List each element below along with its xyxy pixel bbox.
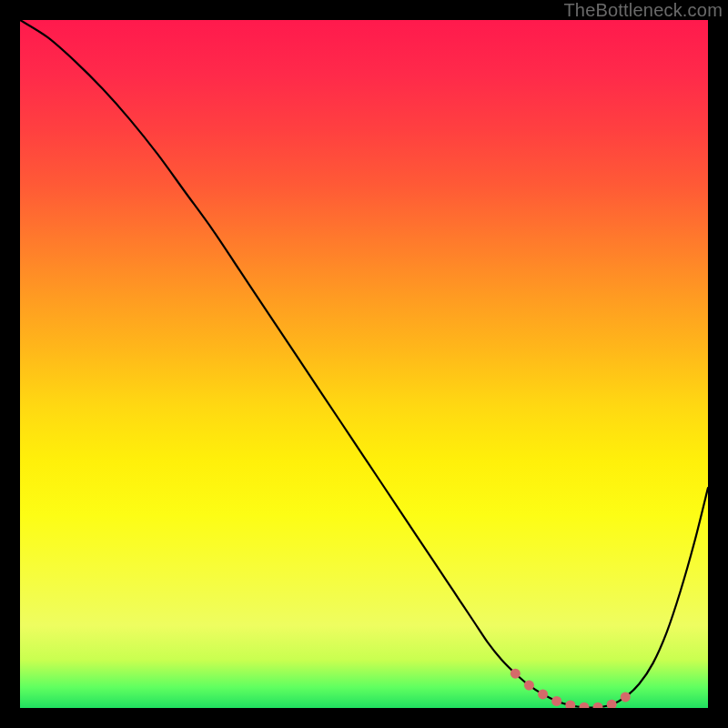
highlight-marker — [593, 703, 603, 708]
highlight-marker — [538, 689, 548, 699]
highlight-marker — [511, 669, 521, 679]
highlight-marker — [607, 700, 617, 708]
highlight-marker — [621, 692, 631, 702]
highlight-marker — [551, 696, 561, 706]
highlight-marker — [524, 681, 534, 691]
highlight-marker — [565, 700, 575, 708]
chart-svg — [20, 20, 708, 708]
chart-frame: TheBottleneck.com — [0, 0, 728, 728]
highlight-marker — [579, 703, 589, 708]
bottleneck-curve — [20, 20, 708, 708]
highlight-markers — [511, 669, 631, 708]
watermark-text: TheBottleneck.com — [563, 0, 723, 21]
